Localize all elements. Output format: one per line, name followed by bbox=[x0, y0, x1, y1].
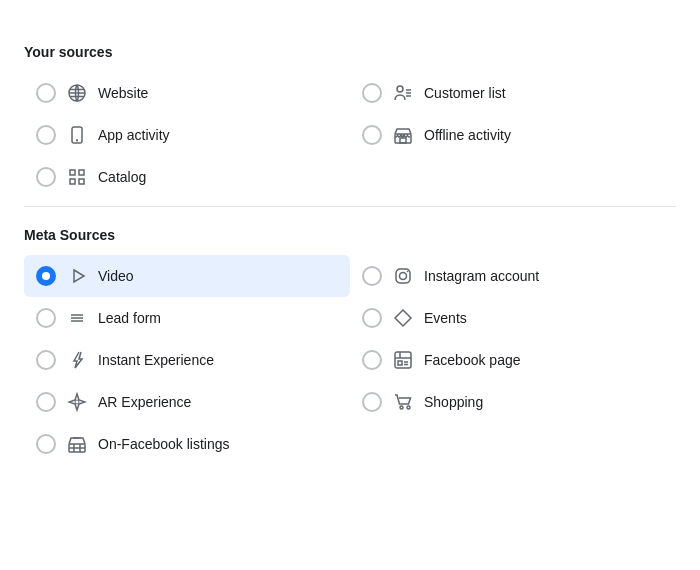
option-label-shopping: Shopping bbox=[424, 394, 483, 410]
svg-rect-8 bbox=[400, 138, 406, 143]
radio-video[interactable] bbox=[36, 266, 56, 286]
instagram-icon bbox=[392, 265, 414, 287]
option-website[interactable]: Website bbox=[24, 72, 350, 114]
grid-icon bbox=[66, 166, 88, 188]
fb-page-icon bbox=[392, 349, 414, 371]
radio-website[interactable] bbox=[36, 83, 56, 103]
option-label-catalog: Catalog bbox=[98, 169, 146, 185]
bolt-icon bbox=[66, 349, 88, 371]
store-icon bbox=[392, 124, 414, 146]
option-label-video: Video bbox=[98, 268, 134, 284]
option-label-website: Website bbox=[98, 85, 148, 101]
svg-rect-11 bbox=[70, 179, 75, 184]
store-front-icon bbox=[66, 433, 88, 455]
radio-facebook-page[interactable] bbox=[362, 350, 382, 370]
option-instant-experience[interactable]: Instant Experience bbox=[24, 339, 350, 381]
option-catalog[interactable]: Catalog bbox=[24, 156, 350, 198]
svg-rect-9 bbox=[70, 170, 75, 175]
svg-rect-10 bbox=[79, 170, 84, 175]
options-grid-meta-sources: Video Instagram account Lead form Events… bbox=[24, 255, 676, 465]
option-label-lead-form: Lead form bbox=[98, 310, 161, 326]
play-icon bbox=[66, 265, 88, 287]
svg-point-30 bbox=[407, 406, 410, 409]
radio-app-activity[interactable] bbox=[36, 125, 56, 145]
svg-rect-12 bbox=[79, 179, 84, 184]
diamond-icon bbox=[392, 307, 414, 329]
option-label-instagram-account: Instagram account bbox=[424, 268, 539, 284]
svg-point-28 bbox=[75, 400, 79, 404]
svg-point-29 bbox=[400, 406, 403, 409]
cart-icon bbox=[392, 391, 414, 413]
option-video[interactable]: Video bbox=[24, 255, 350, 297]
option-label-facebook-page: Facebook page bbox=[424, 352, 521, 368]
radio-ar-experience[interactable] bbox=[36, 392, 56, 412]
radio-catalog[interactable] bbox=[36, 167, 56, 187]
svg-marker-13 bbox=[74, 270, 84, 282]
option-label-events: Events bbox=[424, 310, 467, 326]
section-your-sources: Your sources Website Customer list App a… bbox=[24, 44, 676, 207]
mobile-icon bbox=[66, 124, 88, 146]
radio-shopping[interactable] bbox=[362, 392, 382, 412]
option-offline-activity[interactable]: Offline activity bbox=[350, 114, 676, 156]
option-app-activity[interactable]: App activity bbox=[24, 114, 350, 156]
radio-on-facebook-listings[interactable] bbox=[36, 434, 56, 454]
option-label-on-facebook-listings: On-Facebook listings bbox=[98, 436, 230, 452]
globe-icon bbox=[66, 82, 88, 104]
options-grid-your-sources: Website Customer list App activity Offli… bbox=[24, 72, 676, 198]
svg-marker-20 bbox=[395, 310, 411, 326]
section-meta-sources: Meta Sources Video Instagram account Lea… bbox=[24, 227, 676, 465]
svg-point-16 bbox=[407, 271, 409, 273]
option-ar-experience[interactable]: AR Experience bbox=[24, 381, 350, 423]
svg-point-1 bbox=[397, 86, 403, 92]
section-label-meta-sources: Meta Sources bbox=[24, 227, 676, 243]
option-events[interactable]: Events bbox=[350, 297, 676, 339]
option-facebook-page[interactable]: Facebook page bbox=[350, 339, 676, 381]
radio-instagram-account[interactable] bbox=[362, 266, 382, 286]
option-instagram-account[interactable]: Instagram account bbox=[350, 255, 676, 297]
svg-rect-24 bbox=[398, 361, 402, 365]
option-label-customer-list: Customer list bbox=[424, 85, 506, 101]
option-label-instant-experience: Instant Experience bbox=[98, 352, 214, 368]
option-label-offline-activity: Offline activity bbox=[424, 127, 511, 143]
person-list-icon bbox=[392, 82, 414, 104]
list-lines-icon bbox=[66, 307, 88, 329]
option-customer-list[interactable]: Customer list bbox=[350, 72, 676, 114]
radio-lead-form[interactable] bbox=[36, 308, 56, 328]
section-label-your-sources: Your sources bbox=[24, 44, 676, 60]
svg-point-15 bbox=[400, 273, 407, 280]
radio-offline-activity[interactable] bbox=[362, 125, 382, 145]
option-shopping[interactable]: Shopping bbox=[350, 381, 676, 423]
option-label-app-activity: App activity bbox=[98, 127, 170, 143]
option-on-facebook-listings[interactable]: On-Facebook listings bbox=[24, 423, 350, 465]
radio-instant-experience[interactable] bbox=[36, 350, 56, 370]
radio-customer-list[interactable] bbox=[362, 83, 382, 103]
option-lead-form[interactable]: Lead form bbox=[24, 297, 350, 339]
radio-events[interactable] bbox=[362, 308, 382, 328]
svg-marker-27 bbox=[69, 394, 85, 410]
sparkle-icon bbox=[66, 391, 88, 413]
option-label-ar-experience: AR Experience bbox=[98, 394, 191, 410]
